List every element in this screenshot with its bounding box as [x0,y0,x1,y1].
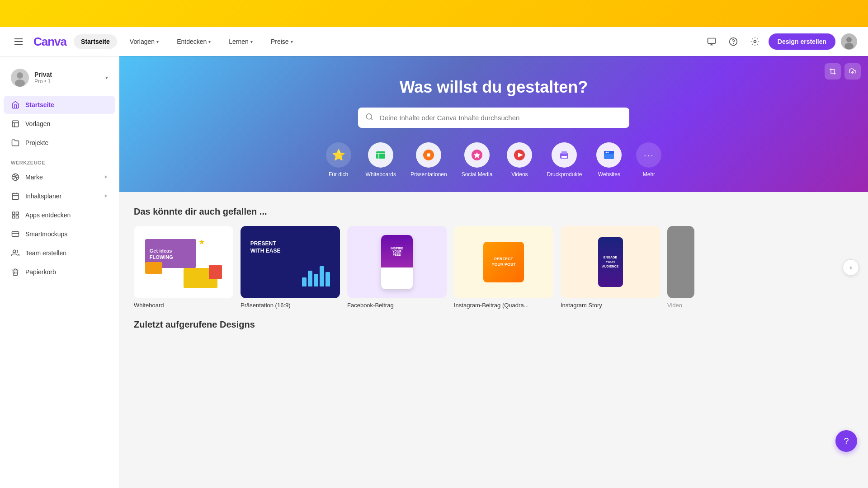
sidebar-item-inhaltsplaner[interactable]: Inhaltsplaner ✦ [4,187,115,205]
card-thumb-presentation: PRESENTWITH EASE [241,226,340,298]
nav-entdecken-button[interactable]: Entdecken ▾ [171,34,216,49]
svg-rect-12 [12,121,19,127]
help-icon [729,37,738,46]
header-right: Design erstellen [703,33,857,50]
crop-icon-button[interactable] [825,63,841,80]
social-media-label: Social Media [462,171,493,178]
svg-point-11 [15,80,25,87]
profile-section[interactable]: Privat Pro • 1 ▾ [4,63,115,92]
quick-action-druckprodukte[interactable]: Druckprodukte [547,142,582,178]
scroll-right-button[interactable]: › [843,259,859,276]
card-instagram-quad[interactable]: PERFECTYOUR POST Instagram-Beitrag (Quad… [454,226,553,309]
sidebar-item-smartmockups[interactable]: Smartmockups [4,225,115,243]
avatar[interactable] [841,33,857,50]
card-facebook[interactable]: INSPIREYOURFEED Facebook-Beitrag [347,226,447,309]
sidebar-item-projekte[interactable]: Projekte [4,134,115,152]
profile-name: Privat [34,71,100,78]
mockup-icon [11,230,20,239]
card-label-instagram-story: Instagram Story [561,302,660,309]
nav-preise-button[interactable]: Preise ▾ [265,34,298,49]
upload-icon-button[interactable] [844,63,861,80]
ig-story: ENGAGEYOURAUDIENCE [598,237,623,287]
social-media-icon [464,142,490,168]
whiteboard-content: Get ideas FLOWING ★ [141,233,226,291]
create-design-button[interactable]: Design erstellen [769,33,835,50]
werkzeuge-label: Werkzeuge [0,153,119,167]
svg-rect-22 [12,216,14,218]
sidebar-item-startseite[interactable]: Startseite [4,96,115,114]
sidebar-item-papierkorb[interactable]: Papierkorb [4,263,115,281]
svg-rect-20 [12,212,14,214]
home-icon [11,100,20,109]
card-instagram-story[interactable]: ENGAGEYOURAUDIENCE Instagram Story [561,226,660,309]
ig-quad-text: PERFECTYOUR POST [491,257,515,267]
apps-icon [11,211,20,220]
menu-button[interactable] [11,35,26,48]
videos-icon [507,142,532,168]
svg-rect-21 [16,212,19,214]
header: Canva Startseite Vorlagen ▾ Entdecken ▾ … [0,27,868,56]
profile-avatar-image [11,69,29,87]
help-header-button[interactable] [725,33,741,50]
svg-line-28 [371,118,372,119]
card-thumb-instagram-story: ENGAGEYOURAUDIENCE [561,226,660,298]
websites-label: Websites [598,171,620,178]
sidebar-item-apps[interactable]: Apps entdecken [4,206,115,224]
card-video[interactable]: Video [667,226,694,309]
fb-phone: INSPIREYOURFEED [381,235,413,289]
prasentationen-label: Präsentationen [410,171,447,178]
crop-icon [829,68,836,75]
profile-chevron: ▾ [105,75,108,81]
card-presentation[interactable]: PRESENTWITH EASE Präsentation (16:9) [241,226,340,309]
quick-action-social-media[interactable]: Social Media [462,142,493,178]
recent-section: Zuletzt aufgerufene Designs [119,316,868,346]
quick-action-prasentationen[interactable]: Präsentationen [410,142,447,178]
card-label-whiteboard: Whiteboard [134,302,233,309]
hero-title: Was willst du gestalten? [134,78,854,97]
nav-startseite-button[interactable]: Startseite [74,34,117,49]
sidebar: Privat Pro • 1 ▾ Startseite Vorlagen [0,56,119,488]
videos-label: Videos [511,171,528,178]
svg-point-8 [844,43,854,49]
quick-action-videos[interactable]: Videos [507,142,532,178]
trash-icon [11,267,20,277]
sidebar-item-vorlagen[interactable]: Vorlagen [4,115,115,133]
recommended-section: Das könnte dir auch gefallen ... Get ide… [119,192,868,316]
top-banner [0,0,868,27]
settings-button[interactable] [747,33,763,50]
upload-icon [849,68,856,75]
quick-action-whiteboards[interactable]: Whiteboards [366,142,396,178]
profile-sub: Pro • 1 [34,78,100,84]
hero-section: Was willst du gestalten? ⭐ Für dich [119,56,868,192]
websites-icon [596,142,622,168]
quick-actions: ⭐ Für dich Whiteboards [134,142,854,178]
nav-lernen-button[interactable]: Lernen ▾ [223,34,258,49]
svg-rect-38 [561,151,567,154]
wb-small-rect2 [209,265,222,279]
ig-quad: PERFECTYOUR POST [483,242,524,282]
search-input[interactable] [358,108,629,128]
whiteboards-icon [368,142,393,168]
wb-text: Get ideas FLOWING [150,248,173,261]
marke-extra-icon: ✦ [104,174,108,180]
team-icon [11,249,20,258]
card-whiteboard[interactable]: Get ideas FLOWING ★ Whiteboard [134,226,233,309]
quick-action-fuer-dich[interactable]: ⭐ Für dich [326,142,351,178]
druckprodukte-label: Druckprodukte [547,171,582,178]
monitor-button[interactable] [703,33,720,50]
card-label-presentation: Präsentation (16:9) [241,302,340,309]
sidebar-item-team[interactable]: Team erstellen [4,244,115,262]
wb-star: ★ [198,238,205,246]
svg-rect-0 [708,38,716,44]
help-float-button[interactable]: ? [835,430,857,452]
nav-vorlagen-button[interactable]: Vorlagen ▾ [124,34,164,49]
sidebar-item-marke[interactable]: Marke ✦ [4,168,115,186]
quick-action-mehr[interactable]: ··· Mehr [636,142,661,178]
canva-logo[interactable]: Canva [33,35,66,49]
folder-icon [11,138,20,147]
svg-point-7 [846,37,852,42]
quick-action-websites[interactable]: Websites [596,142,622,178]
whiteboards-label: Whiteboards [366,171,396,178]
search-bar [358,108,629,128]
ig-story-text: ENGAGEYOURAUDIENCE [602,255,619,268]
